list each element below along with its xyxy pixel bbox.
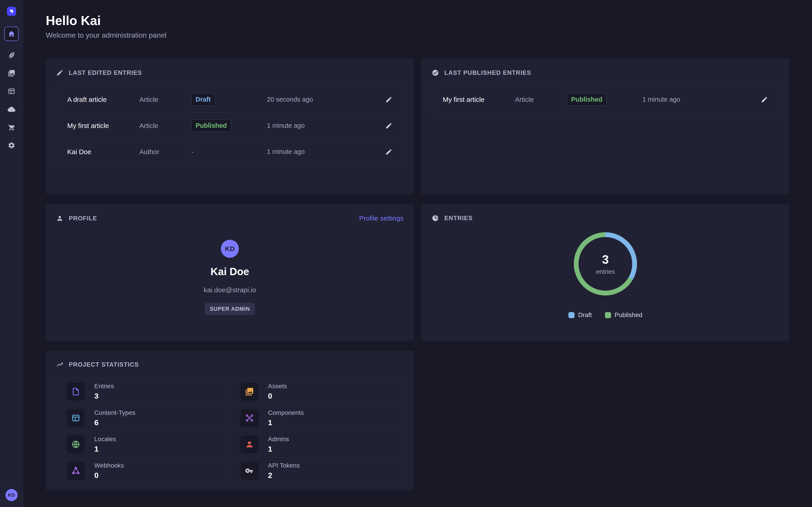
stat-label: Webhooks — [94, 462, 124, 469]
stat-value: 1 — [94, 445, 116, 453]
edit-entry-button[interactable] — [385, 96, 393, 103]
edit-entry-button[interactable] — [385, 148, 393, 156]
sidebar: KD — [0, 0, 23, 507]
sidebar-item-media-library[interactable] — [8, 69, 15, 77]
panel-title: ENTRIES — [444, 215, 472, 222]
panel-title: LAST PUBLISHED ENTRIES — [444, 69, 531, 76]
table-row: My first article Article Published 1 min… — [56, 112, 403, 138]
home-icon — [8, 30, 15, 38]
edit-entry-button[interactable] — [385, 122, 393, 129]
status-badge: Published — [567, 93, 607, 106]
sidebar-item-marketplace[interactable] — [8, 123, 15, 131]
status-cell: Published — [567, 93, 642, 106]
entry-time: 1 minute ago — [267, 148, 372, 156]
status-dash: - — [191, 148, 267, 156]
profile-panel: PROFILE Profile settings KD Kai Doe kai.… — [46, 204, 414, 341]
profile-name: Kai Doe — [210, 266, 249, 278]
user-avatar[interactable]: KD — [5, 489, 17, 501]
stat-icon-box — [241, 383, 258, 401]
stat-entries: Entries3 — [56, 378, 230, 405]
status-cell: Published — [191, 119, 267, 132]
role-badge: SUPER ADMIN — [205, 303, 255, 315]
last-published-entries-panel: LAST PUBLISHED ENTRIES My first article … — [421, 59, 790, 194]
stat-assets: Assets0 — [230, 378, 403, 405]
stat-label: Components — [268, 409, 304, 416]
page-title: Hello Kai — [46, 13, 790, 28]
pencil-icon — [56, 69, 63, 76]
stats-grid: Entries3 Assets0 Content-Types6 Componen… — [56, 378, 404, 484]
stat-value: 6 — [94, 418, 135, 427]
edit-entry-button[interactable] — [761, 96, 768, 103]
sidebar-item-settings[interactable] — [8, 142, 15, 149]
stat-icon-box — [67, 409, 85, 427]
entries-unit: entries — [596, 268, 615, 275]
entries-total: 3 — [602, 252, 609, 266]
stat-webhooks: Webhooks0 — [56, 457, 230, 484]
entries-chart-wrap: 3 entries Draft Published — [432, 222, 779, 319]
stat-value: 0 — [94, 471, 124, 480]
stat-value: 0 — [268, 392, 287, 400]
profile-body: KD Kai Doe kai.doe@strapi.io SUPER ADMIN — [56, 240, 404, 315]
legend-item: Published — [605, 312, 642, 319]
entries-panel: ENTRIES 3 entries — [421, 204, 790, 341]
gear-icon — [8, 142, 15, 149]
sidebar-item-content-type-builder[interactable] — [8, 88, 15, 95]
last-edited-entries-panel: LAST EDITED ENTRIES A draft article Arti… — [46, 59, 414, 194]
main-content: Hello Kai Welcome to your administration… — [23, 0, 812, 507]
sidebar-nav — [0, 22, 23, 149]
profile-email: kai.doe@strapi.io — [204, 286, 256, 294]
stat-locales: Locales1 — [56, 431, 230, 457]
file-icon — [71, 387, 80, 396]
pencil-icon — [761, 96, 768, 103]
stat-label: Admins — [268, 436, 289, 443]
entry-time: 1 minute ago — [267, 122, 372, 129]
panel-title: PROFILE — [69, 215, 97, 222]
pie-chart-icon — [432, 215, 439, 222]
stat-label: Assets — [268, 383, 287, 390]
edit-cell — [372, 96, 393, 103]
pencil-icon — [385, 122, 393, 129]
entry-time: 20 seconds ago — [267, 96, 372, 103]
status-cell: Draft — [191, 93, 267, 106]
sidebar-item-content-manager[interactable] — [8, 51, 15, 59]
check-circle-icon — [432, 69, 439, 76]
cloud-icon — [8, 105, 15, 113]
panel-header: LAST PUBLISHED ENTRIES — [432, 69, 779, 76]
entry-type: Author — [139, 148, 191, 156]
profile-settings-link[interactable]: Profile settings — [359, 215, 404, 222]
person-icon — [245, 440, 254, 449]
stat-value: 1 — [268, 445, 289, 453]
legend-swatch-published — [605, 312, 611, 318]
entry-type: Article — [139, 122, 191, 129]
sidebar-item-deploy[interactable] — [8, 105, 15, 113]
edit-cell — [372, 122, 393, 129]
panel-title: PROJECT STATISTICS — [69, 361, 139, 368]
sidebar-user-area: KD — [0, 484, 23, 507]
last-published-table: My first article Article Published 1 min… — [432, 86, 779, 113]
key-icon — [245, 466, 254, 475]
stat-api-tokens: API Tokens2 — [230, 457, 403, 484]
feather-icon — [8, 51, 15, 59]
stat-label: Entries — [94, 383, 114, 390]
entry-name: Kai Doe — [67, 148, 139, 156]
last-edited-table: A draft article Article Draft 20 seconds… — [56, 86, 404, 165]
strapi-logo[interactable] — [7, 7, 16, 16]
nodes-icon — [245, 413, 254, 422]
sidebar-item-home[interactable] — [4, 26, 19, 41]
entry-name: A draft article — [67, 96, 139, 103]
legend-swatch-draft — [568, 312, 574, 318]
stat-value: 3 — [94, 392, 114, 400]
layout-icon — [8, 88, 15, 95]
stat-components: Components1 — [230, 405, 403, 431]
entry-name: My first article — [443, 96, 515, 103]
profile-avatar: KD — [221, 240, 239, 258]
stat-icon-box — [241, 462, 258, 480]
knot-icon — [71, 466, 80, 475]
panel-header: ENTRIES — [432, 215, 779, 222]
pencil-icon — [385, 96, 393, 103]
person-icon — [56, 215, 63, 222]
cart-icon — [8, 123, 15, 131]
stat-label: API Tokens — [268, 462, 300, 469]
stat-icon-box — [67, 462, 85, 480]
stat-icon-box — [241, 435, 258, 453]
